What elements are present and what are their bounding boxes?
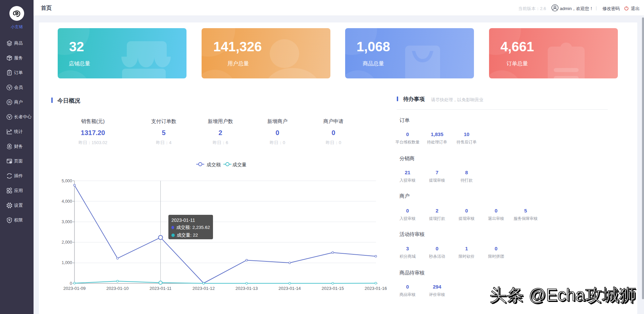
svg-text:2023-01-13: 2023-01-13 (235, 286, 258, 291)
svg-text:2,000: 2,000 (62, 240, 72, 245)
svg-text:2023-01-15: 2023-01-15 (322, 286, 344, 291)
svg-text:2023-01-09: 2023-01-09 (63, 286, 86, 291)
svg-text:2023-01-14: 2023-01-14 (278, 286, 301, 291)
svg-text:2023-01-10: 2023-01-10 (106, 286, 129, 291)
svg-text:头条 @Echa攻城狮: 头条 @Echa攻城狮 (490, 286, 636, 305)
svg-text:4,000: 4,000 (62, 199, 72, 204)
svg-text:5,000: 5,000 (62, 179, 72, 183)
svg-text:供: 供 (8, 101, 11, 104)
svg-text:2023-01-16: 2023-01-16 (365, 286, 387, 291)
svg-text:2023-01-12: 2023-01-12 (193, 286, 215, 291)
svg-text:3,000: 3,000 (62, 219, 72, 224)
svg-text:0: 0 (70, 281, 72, 286)
svg-text:1,000: 1,000 (62, 260, 72, 265)
svg-text:2023-01-11: 2023-01-11 (150, 286, 172, 291)
